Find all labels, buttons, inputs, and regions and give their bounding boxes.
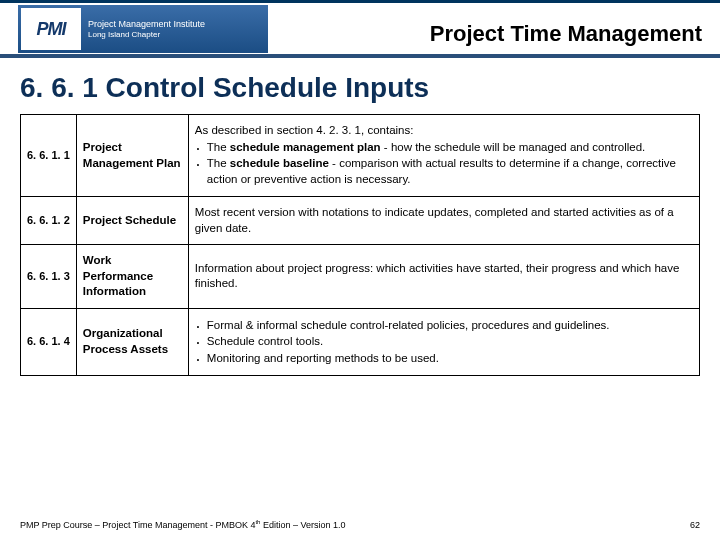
logo-badge: PMI	[21, 8, 81, 50]
header-divider	[0, 54, 720, 58]
row-number: 6. 6. 1. 4	[21, 308, 77, 376]
page-number: 62	[690, 520, 700, 530]
row-name: Project Schedule	[76, 197, 188, 245]
row-name: Work Performance Information	[76, 245, 188, 309]
logo-text: Project Management Institute Long Island…	[84, 19, 205, 39]
row-number: 6. 6. 1. 2	[21, 197, 77, 245]
table-row: 6. 6. 1. 1 Project Management Plan As de…	[21, 115, 700, 197]
inputs-table: 6. 6. 1. 1 Project Management Plan As de…	[20, 114, 700, 376]
table-row: 6. 6. 1. 4 Organizational Process Assets…	[21, 308, 700, 376]
row-number: 6. 6. 1. 1	[21, 115, 77, 197]
slide-title: Project Time Management	[430, 21, 702, 47]
row-description: Most recent version with notations to in…	[188, 197, 699, 245]
footer-text: PMP Prep Course – Project Time Managemen…	[20, 519, 346, 530]
row-description: Formal & informal schedule control-relat…	[188, 308, 699, 376]
pmi-logo: PMI Project Management Institute Long Is…	[18, 5, 268, 53]
row-number: 6. 6. 1. 3	[21, 245, 77, 309]
header: PMI Project Management Institute Long Is…	[0, 0, 720, 58]
row-name: Project Management Plan	[76, 115, 188, 197]
section-title: 6. 6. 1 Control Schedule Inputs	[20, 72, 720, 104]
footer: PMP Prep Course – Project Time Managemen…	[20, 519, 700, 530]
table-row: 6. 6. 1. 2 Project Schedule Most recent …	[21, 197, 700, 245]
row-description: As described in section 4. 2. 3. 1, cont…	[188, 115, 699, 197]
row-name: Organizational Process Assets	[76, 308, 188, 376]
table-row: 6. 6. 1. 3 Work Performance Information …	[21, 245, 700, 309]
row-description: Information about project progress: whic…	[188, 245, 699, 309]
